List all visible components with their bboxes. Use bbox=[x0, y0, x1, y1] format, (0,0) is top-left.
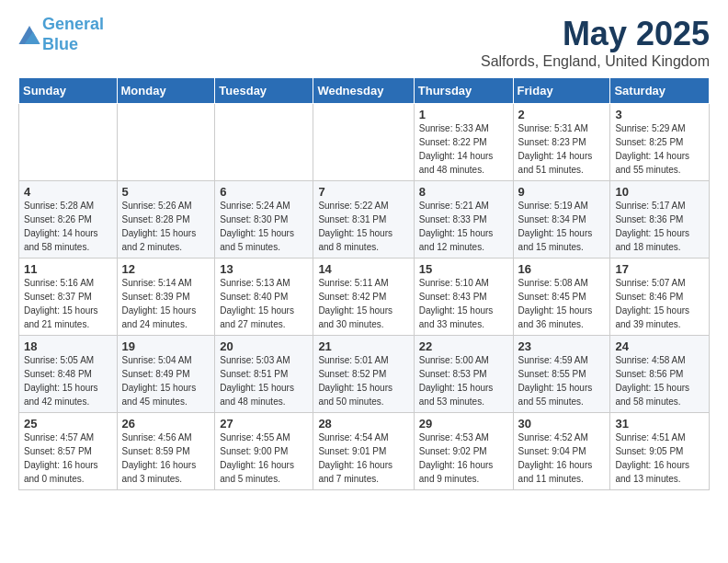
day-info: Sunrise: 5:21 AM Sunset: 8:33 PM Dayligh… bbox=[419, 199, 508, 254]
calendar-cell: 15Sunrise: 5:10 AM Sunset: 8:43 PM Dayli… bbox=[414, 259, 513, 336]
calendar-cell: 8Sunrise: 5:21 AM Sunset: 8:33 PM Daylig… bbox=[414, 181, 513, 259]
week-row-2: 4Sunrise: 5:28 AM Sunset: 8:26 PM Daylig… bbox=[19, 181, 710, 259]
calendar-cell: 4Sunrise: 5:28 AM Sunset: 8:26 PM Daylig… bbox=[19, 181, 118, 259]
day-info: Sunrise: 5:01 AM Sunset: 8:52 PM Dayligh… bbox=[318, 353, 408, 408]
calendar-cell: 29Sunrise: 4:53 AM Sunset: 9:02 PM Dayli… bbox=[414, 413, 513, 490]
day-info: Sunrise: 4:59 AM Sunset: 8:55 PM Dayligh… bbox=[518, 353, 606, 408]
day-info: Sunrise: 5:19 AM Sunset: 8:34 PM Dayligh… bbox=[518, 199, 606, 254]
week-row-3: 11Sunrise: 5:16 AM Sunset: 8:37 PM Dayli… bbox=[19, 259, 710, 336]
weekday-header-thursday: Thursday bbox=[414, 78, 513, 104]
day-number: 23 bbox=[518, 339, 606, 353]
calendar-cell: 1Sunrise: 5:33 AM Sunset: 8:22 PM Daylig… bbox=[414, 104, 513, 181]
logo-line1: General bbox=[42, 15, 104, 33]
day-number: 5 bbox=[122, 185, 210, 199]
logo-line2: Blue bbox=[42, 35, 78, 53]
calendar-cell: 6Sunrise: 5:24 AM Sunset: 8:30 PM Daylig… bbox=[215, 181, 313, 259]
day-info: Sunrise: 5:11 AM Sunset: 8:42 PM Dayligh… bbox=[318, 276, 408, 331]
day-number: 19 bbox=[122, 339, 210, 353]
day-info: Sunrise: 5:03 AM Sunset: 8:51 PM Dayligh… bbox=[220, 353, 308, 408]
calendar-cell: 18Sunrise: 5:05 AM Sunset: 8:48 PM Dayli… bbox=[19, 336, 118, 413]
day-info: Sunrise: 4:55 AM Sunset: 9:00 PM Dayligh… bbox=[220, 431, 308, 486]
calendar-cell: 30Sunrise: 4:52 AM Sunset: 9:04 PM Dayli… bbox=[513, 413, 610, 490]
day-number: 21 bbox=[318, 339, 408, 353]
day-info: Sunrise: 5:16 AM Sunset: 8:37 PM Dayligh… bbox=[24, 276, 112, 331]
logo: General Blue bbox=[18, 15, 104, 54]
day-info: Sunrise: 4:53 AM Sunset: 9:02 PM Dayligh… bbox=[419, 431, 508, 486]
day-info: Sunrise: 4:58 AM Sunset: 8:56 PM Dayligh… bbox=[615, 353, 704, 408]
day-info: Sunrise: 5:14 AM Sunset: 8:39 PM Dayligh… bbox=[122, 276, 210, 331]
calendar-cell bbox=[19, 104, 118, 181]
calendar-cell: 25Sunrise: 4:57 AM Sunset: 8:57 PM Dayli… bbox=[19, 413, 118, 490]
day-number: 1 bbox=[419, 108, 508, 121]
day-number: 16 bbox=[518, 262, 606, 276]
day-info: Sunrise: 5:05 AM Sunset: 8:48 PM Dayligh… bbox=[24, 353, 112, 408]
calendar-cell bbox=[117, 104, 215, 181]
day-number: 8 bbox=[419, 185, 508, 199]
logo-icon bbox=[18, 26, 40, 44]
day-number: 2 bbox=[518, 108, 606, 121]
day-info: Sunrise: 5:22 AM Sunset: 8:31 PM Dayligh… bbox=[318, 199, 408, 254]
day-info: Sunrise: 4:54 AM Sunset: 9:01 PM Dayligh… bbox=[318, 431, 408, 486]
day-info: Sunrise: 5:04 AM Sunset: 8:49 PM Dayligh… bbox=[122, 353, 210, 408]
day-info: Sunrise: 5:07 AM Sunset: 8:46 PM Dayligh… bbox=[615, 276, 704, 331]
day-number: 25 bbox=[24, 417, 112, 431]
calendar-cell: 20Sunrise: 5:03 AM Sunset: 8:51 PM Dayli… bbox=[215, 336, 313, 413]
day-number: 13 bbox=[220, 262, 308, 276]
day-number: 10 bbox=[615, 185, 704, 199]
calendar-container: General Blue May 2025 Salfords, England,… bbox=[0, 0, 728, 505]
day-info: Sunrise: 5:17 AM Sunset: 8:36 PM Dayligh… bbox=[615, 199, 704, 254]
calendar-cell: 27Sunrise: 4:55 AM Sunset: 9:00 PM Dayli… bbox=[215, 413, 313, 490]
calendar-cell: 10Sunrise: 5:17 AM Sunset: 8:36 PM Dayli… bbox=[610, 181, 710, 259]
calendar-table: SundayMondayTuesdayWednesdayThursdayFrid… bbox=[18, 77, 710, 490]
calendar-cell: 19Sunrise: 5:04 AM Sunset: 8:49 PM Dayli… bbox=[117, 336, 215, 413]
week-row-5: 25Sunrise: 4:57 AM Sunset: 8:57 PM Dayli… bbox=[19, 413, 710, 490]
day-number: 24 bbox=[615, 339, 704, 353]
day-number: 18 bbox=[24, 339, 112, 353]
month-title: May 2025 bbox=[481, 15, 710, 53]
calendar-cell: 9Sunrise: 5:19 AM Sunset: 8:34 PM Daylig… bbox=[513, 181, 610, 259]
calendar-cell: 3Sunrise: 5:29 AM Sunset: 8:25 PM Daylig… bbox=[610, 104, 710, 181]
day-number: 29 bbox=[419, 417, 508, 431]
calendar-cell: 26Sunrise: 4:56 AM Sunset: 8:59 PM Dayli… bbox=[117, 413, 215, 490]
weekday-header-tuesday: Tuesday bbox=[215, 78, 313, 104]
calendar-cell: 12Sunrise: 5:14 AM Sunset: 8:39 PM Dayli… bbox=[117, 259, 215, 336]
calendar-cell: 24Sunrise: 4:58 AM Sunset: 8:56 PM Dayli… bbox=[610, 336, 710, 413]
day-info: Sunrise: 5:33 AM Sunset: 8:22 PM Dayligh… bbox=[419, 121, 508, 177]
day-info: Sunrise: 5:29 AM Sunset: 8:25 PM Dayligh… bbox=[615, 121, 704, 177]
day-info: Sunrise: 5:08 AM Sunset: 8:45 PM Dayligh… bbox=[518, 276, 606, 331]
calendar-cell: 13Sunrise: 5:13 AM Sunset: 8:40 PM Dayli… bbox=[215, 259, 313, 336]
calendar-cell: 16Sunrise: 5:08 AM Sunset: 8:45 PM Dayli… bbox=[513, 259, 610, 336]
day-number: 27 bbox=[220, 417, 308, 431]
calendar-cell: 31Sunrise: 4:51 AM Sunset: 9:05 PM Dayli… bbox=[610, 413, 710, 490]
day-number: 30 bbox=[518, 417, 606, 431]
logo-text: General Blue bbox=[42, 15, 104, 54]
day-number: 15 bbox=[419, 262, 508, 276]
day-number: 4 bbox=[24, 185, 112, 199]
day-number: 3 bbox=[615, 108, 704, 121]
day-info: Sunrise: 4:57 AM Sunset: 8:57 PM Dayligh… bbox=[24, 431, 112, 486]
weekday-header-monday: Monday bbox=[117, 78, 215, 104]
weekday-header-row: SundayMondayTuesdayWednesdayThursdayFrid… bbox=[19, 78, 710, 104]
title-block: May 2025 Salfords, England, United Kingd… bbox=[481, 15, 710, 70]
weekday-header-saturday: Saturday bbox=[610, 78, 710, 104]
day-info: Sunrise: 5:28 AM Sunset: 8:26 PM Dayligh… bbox=[24, 199, 112, 254]
day-number: 7 bbox=[318, 185, 408, 199]
week-row-1: 1Sunrise: 5:33 AM Sunset: 8:22 PM Daylig… bbox=[19, 104, 710, 181]
calendar-cell bbox=[313, 104, 414, 181]
day-number: 17 bbox=[615, 262, 704, 276]
calendar-cell: 28Sunrise: 4:54 AM Sunset: 9:01 PM Dayli… bbox=[313, 413, 414, 490]
calendar-cell: 22Sunrise: 5:00 AM Sunset: 8:53 PM Dayli… bbox=[414, 336, 513, 413]
header: General Blue May 2025 Salfords, England,… bbox=[18, 15, 710, 70]
day-info: Sunrise: 4:51 AM Sunset: 9:05 PM Dayligh… bbox=[615, 431, 704, 486]
week-row-4: 18Sunrise: 5:05 AM Sunset: 8:48 PM Dayli… bbox=[19, 336, 710, 413]
calendar-cell: 11Sunrise: 5:16 AM Sunset: 8:37 PM Dayli… bbox=[19, 259, 118, 336]
day-number: 22 bbox=[419, 339, 508, 353]
calendar-cell: 23Sunrise: 4:59 AM Sunset: 8:55 PM Dayli… bbox=[513, 336, 610, 413]
day-info: Sunrise: 5:00 AM Sunset: 8:53 PM Dayligh… bbox=[419, 353, 508, 408]
day-number: 28 bbox=[318, 417, 408, 431]
day-info: Sunrise: 4:56 AM Sunset: 8:59 PM Dayligh… bbox=[122, 431, 210, 486]
weekday-header-sunday: Sunday bbox=[19, 78, 118, 104]
calendar-cell: 5Sunrise: 5:26 AM Sunset: 8:28 PM Daylig… bbox=[117, 181, 215, 259]
location: Salfords, England, United Kingdom bbox=[481, 53, 710, 70]
calendar-cell: 2Sunrise: 5:31 AM Sunset: 8:23 PM Daylig… bbox=[513, 104, 610, 181]
